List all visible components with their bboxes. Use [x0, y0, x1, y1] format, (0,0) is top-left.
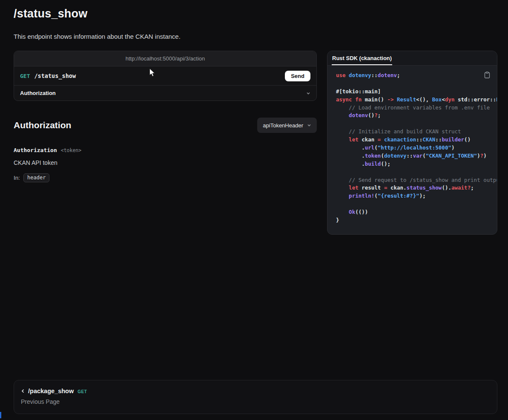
code-line — [336, 80, 497, 88]
code-line: } — [336, 216, 497, 224]
chevron-down-icon — [306, 91, 310, 95]
code-line: async fn main() -> Result<(), Box<dyn st… — [336, 96, 497, 104]
code-block: use dotenvy::dotenv; #[tokio::main]async… — [327, 66, 497, 234]
authorization-heading: Authorization — [14, 120, 71, 130]
param-in-badge: header — [23, 173, 49, 182]
code-line: // Send request to /status_show and prin… — [336, 176, 497, 184]
code-line: Ok(()) — [336, 208, 497, 216]
authorization-section-header: Authorization apiTokenHeader — [14, 118, 317, 133]
param-description: CKAN API token — [14, 159, 317, 166]
endpoint-description: This endpoint shows information about th… — [14, 33, 181, 40]
copy-code-button[interactable] — [483, 71, 491, 81]
scroll-fragment — [0, 412, 1, 418]
sdk-panel-header: Rust SDK (ckanaction) — [327, 51, 497, 66]
code-line: let result = ckan.status_show().await?; — [336, 184, 497, 192]
send-button[interactable]: Send — [285, 71, 310, 81]
code-line: println!("{result:#?}"); — [336, 192, 497, 200]
base-url-bar[interactable]: http://localhost:5000/api/3/action — [14, 51, 316, 66]
code-line: #[tokio::main] — [336, 88, 497, 96]
code-line: dotenv()?; — [336, 112, 497, 120]
code-line: .token(dotenvy::var("CKAN_API_TOKEN")?) — [336, 152, 497, 160]
http-method-label: GET — [20, 73, 30, 79]
previous-page-path: /package_show — [28, 388, 74, 394]
code-line: .url("http://localhost:5000") — [336, 144, 497, 152]
request-card: http://localhost:5000/api/3/action GET /… — [14, 51, 317, 101]
param-name: Authorization — [14, 147, 57, 153]
auth-scheme-dropdown[interactable]: apiTokenHeader — [257, 118, 317, 133]
param-name-row: Authorization <token> — [14, 147, 317, 153]
auth-parameter-block: Authorization <token> CKAN API token In:… — [14, 147, 317, 182]
request-row: GET /status_show Send — [14, 66, 316, 85]
clipboard-icon — [484, 72, 490, 78]
chevron-left-icon — [21, 389, 25, 393]
previous-page-link[interactable]: /package_show GET Previous Page — [14, 380, 497, 414]
code-line — [336, 168, 497, 176]
param-in-row: In: header — [14, 173, 317, 182]
chevron-down-icon — [307, 123, 311, 127]
previous-page-label: Previous Page — [21, 398, 490, 405]
param-type: <token> — [61, 147, 81, 153]
code-line — [336, 200, 497, 208]
authorization-accordion[interactable]: Authorization — [14, 85, 316, 101]
page-title: /status_show — [14, 7, 87, 20]
code-line: let ckan = ckanaction::CKAN::builder() — [336, 136, 497, 144]
code-line: // Load environment variables from .env … — [336, 104, 497, 112]
sdk-panel: Rust SDK (ckanaction) use dotenvy::doten… — [327, 51, 497, 235]
previous-page-row: /package_show GET — [21, 388, 490, 394]
code-line — [336, 120, 497, 128]
base-url-text: http://localhost:5000/api/3/action — [126, 55, 205, 62]
auth-scheme-value: apiTokenHeader — [263, 122, 303, 129]
tab-rust-sdk[interactable]: Rust SDK (ckanaction) — [332, 52, 392, 65]
param-in-label: In: — [14, 175, 20, 181]
code-line: use dotenvy::dotenv; — [336, 72, 497, 80]
code-line: // Initialize and build CKAN struct — [336, 128, 497, 136]
code-line: .build(); — [336, 160, 497, 168]
previous-page-method: GET — [77, 388, 87, 394]
endpoint-path: /status_show — [34, 72, 76, 79]
authorization-accordion-label: Authorization — [20, 90, 56, 96]
